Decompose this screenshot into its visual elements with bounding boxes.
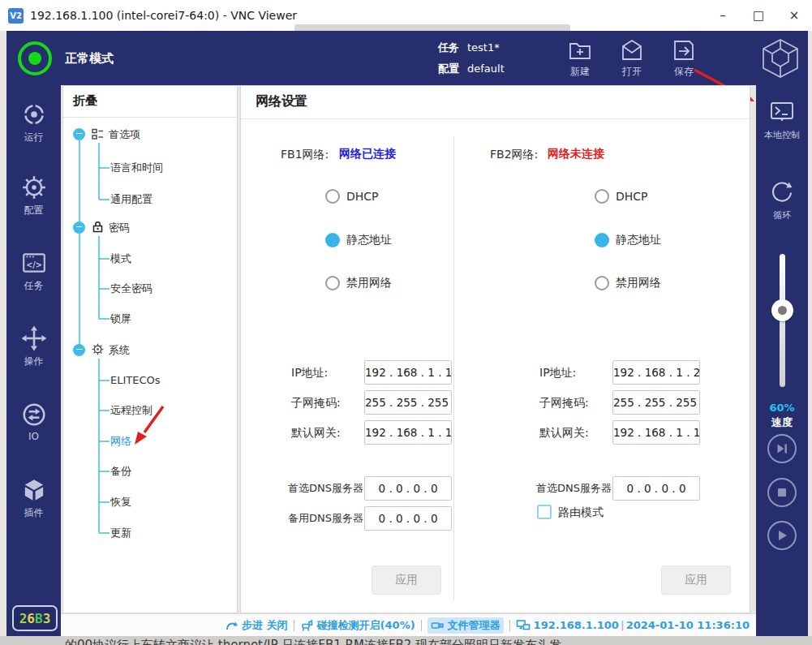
- fb1-radio-dhcp[interactable]: DHCP: [325, 187, 379, 205]
- play-button[interactable]: [767, 521, 797, 550]
- nav-operate[interactable]: 操作: [6, 325, 61, 368]
- fb1-dns1-field[interactable]: 0 . 0 . 0 . 0: [364, 476, 452, 501]
- radio-circle[interactable]: [595, 189, 609, 204]
- nav-run[interactable]: 运行: [6, 101, 61, 144]
- code-window-icon: </>: [21, 250, 47, 276]
- nav-plugin[interactable]: 插件: [6, 477, 61, 520]
- tree-item-lock-screen[interactable]: 锁屏: [110, 311, 131, 327]
- step-forward-button[interactable]: [767, 434, 797, 463]
- fb1-ip-field[interactable]: 192 . 168 . 1 . 100: [364, 360, 452, 385]
- fb2-network-status: 网络未连接: [548, 147, 604, 161]
- nav-io[interactable]: IO: [6, 402, 61, 442]
- route-mode-label: 路由模式: [558, 505, 604, 519]
- fb1-mask-field[interactable]: 255 . 255 . 255 . 0: [364, 390, 452, 415]
- radio-circle-selected[interactable]: [325, 233, 340, 247]
- tree-item-restore[interactable]: 恢复: [110, 494, 131, 510]
- remote-connection-status[interactable]: 192.168.1.100|2024-01-10 11:36:10: [516, 619, 750, 632]
- collision-detection-status[interactable]: 碰撞检测开启(40%): [300, 618, 415, 633]
- robot-dog-icon: [300, 619, 314, 632]
- tree-item-general-config[interactable]: 通用配置: [110, 191, 153, 208]
- maximize-button[interactable]: □: [741, 1, 776, 30]
- status-bar: 步进 关闭 碰撞检测开启(40%) 文件管理器: [61, 613, 756, 636]
- tree-group-password[interactable]: 密码: [109, 220, 130, 236]
- terminal-icon: [768, 100, 796, 126]
- nav-task-label: 任务: [24, 280, 44, 291]
- open-label: 打开: [622, 66, 642, 77]
- remote-desktop-icon: [516, 619, 531, 632]
- fb2-dns1-label: 首选DNS服务器:: [536, 476, 615, 501]
- minimize-button[interactable]: –: [705, 1, 741, 30]
- fb2-mask-field[interactable]: 255 . 255 . 255 . 0: [612, 390, 700, 415]
- close-button[interactable]: ×: [776, 1, 812, 30]
- mode-indicator-icon: [18, 41, 52, 75]
- tree-item-update[interactable]: 更新: [110, 525, 131, 541]
- gear-icon: [21, 174, 47, 200]
- fb2-radio-static[interactable]: 静态地址: [595, 231, 661, 249]
- nav-task[interactable]: </> 任务: [6, 250, 61, 293]
- annotation-arrow-network: [124, 398, 181, 455]
- task-config-block: 任务test1* 配置default: [438, 37, 505, 80]
- fb1-radio-static[interactable]: 静态地址: [325, 231, 392, 249]
- fb1-mask-label: 子网掩码:: [291, 390, 341, 415]
- fb1-dns1-label: 首选DNS服务器:: [288, 476, 367, 501]
- route-mode-checkbox[interactable]: [537, 505, 552, 519]
- settings-tree-panel: 折叠 − 首选项 语言和时间 通用配置 − 密码 模式 安全密: [62, 85, 238, 613]
- fb1-network-status: 网络已连接: [339, 147, 396, 161]
- fb2-gateway-field[interactable]: 192 . 168 . 1 . 1: [612, 420, 700, 445]
- new-button[interactable]: 新建: [556, 38, 604, 79]
- tree-item-backup[interactable]: 备份: [110, 463, 131, 479]
- tree-group-system[interactable]: 系统: [109, 342, 130, 359]
- local-control-label: 本地控制: [764, 130, 800, 140]
- collapse-toggle-preferences[interactable]: −: [73, 128, 85, 140]
- nav-plugin-label: 插件: [24, 507, 44, 518]
- loop-button[interactable]: 循环: [756, 178, 808, 221]
- tree-item-safety-password[interactable]: 安全密码: [110, 281, 153, 297]
- file-manager-status[interactable]: 文件管理器: [427, 617, 504, 634]
- radio-circle[interactable]: [325, 189, 340, 204]
- speed-slider-thumb[interactable]: [771, 299, 793, 321]
- fb1-gateway-field[interactable]: 192 . 168 . 1 . 1: [364, 420, 452, 445]
- open-button[interactable]: 打开: [608, 38, 655, 79]
- nav-run-label: 运行: [24, 131, 44, 143]
- svg-text:</>: </>: [26, 260, 42, 269]
- right-control-rail: 本地控制 循环 60% 速度: [756, 85, 808, 639]
- status-code-badge: 26B3: [12, 605, 58, 631]
- speed-label: 速度: [756, 415, 808, 430]
- skip-next-icon: [775, 441, 789, 456]
- collapse-toggle-system[interactable]: −: [73, 344, 85, 356]
- fb2-dns1-field[interactable]: 0 . 0 . 0 . 0: [612, 476, 700, 501]
- vnc-app-icon: V2: [8, 8, 24, 24]
- fb1-radio-disable[interactable]: 禁用网络: [325, 274, 392, 292]
- tree-group-preferences[interactable]: 首选项: [109, 127, 140, 143]
- task-value: test1*: [467, 41, 500, 54]
- tree-item-mode[interactable]: 模式: [110, 251, 131, 267]
- run-icon: [21, 101, 47, 127]
- fb2-ip-field[interactable]: 192 . 168 . 1 . 200: [612, 360, 700, 385]
- network-settings-panel: 网络设置 FB1网络: 网络已连接 DHCP 静态地址 禁用网络 IP地址: 1…: [240, 85, 750, 613]
- collapse-toggle-password[interactable]: −: [73, 221, 85, 234]
- background-clipped-text: 的00协议行上车转文商议让 thernet/IP 只连接FB1 RM连接FB2 …: [0, 636, 812, 645]
- fb2-apply-button[interactable]: 应用: [661, 565, 731, 595]
- stop-button[interactable]: [767, 478, 797, 507]
- radio-circle[interactable]: [325, 276, 340, 290]
- fb2-mask-label: 子网掩码:: [539, 390, 589, 415]
- speed-value: 60%: [756, 402, 808, 414]
- io-swap-icon: [21, 402, 47, 428]
- radio-circle[interactable]: [595, 276, 609, 290]
- fb1-apply-button[interactable]: 应用: [372, 565, 441, 595]
- config-value: default: [467, 62, 505, 75]
- vnc-toolbar-tab[interactable]: [294, 24, 570, 31]
- cube-icon: [21, 477, 47, 503]
- local-control-button[interactable]: 本地控制: [756, 100, 808, 141]
- vnc-viewer-window: V2 192.168.1.100 (intel-corei7-64:0) - V…: [0, 0, 812, 645]
- tree-item-elitecos[interactable]: ELITECOs: [110, 372, 161, 389]
- radio-circle-selected[interactable]: [595, 233, 609, 247]
- tree-item-language-time[interactable]: 语言和时间: [110, 160, 163, 176]
- fb2-radio-dhcp[interactable]: DHCP: [595, 187, 648, 205]
- fb1-dns2-field[interactable]: 0 . 0 . 0 . 0: [364, 506, 452, 531]
- fb2-radio-disable[interactable]: 禁用网络: [595, 274, 661, 292]
- loop-icon: [768, 178, 796, 206]
- nav-config[interactable]: 配置: [6, 174, 61, 217]
- step-mode-status[interactable]: 步进 关闭: [226, 618, 288, 633]
- lock-icon: [92, 221, 104, 233]
